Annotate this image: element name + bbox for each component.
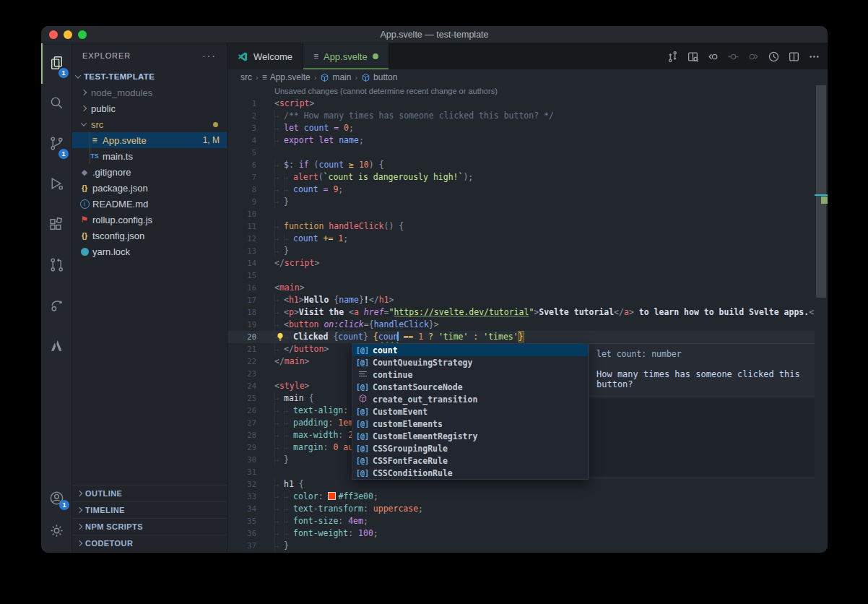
tree-item-public[interactable]: public	[72, 100, 227, 116]
breadcrumb-main[interactable]: main	[320, 72, 351, 82]
section-outline[interactable]: OUTLINE	[72, 485, 227, 501]
suggest-item-customevent[interactable]: [@]CustomEvent	[352, 405, 588, 418]
activity-run-and-debug[interactable]	[41, 165, 71, 205]
activity-github-pull-requests[interactable]	[41, 246, 71, 286]
line-number: 15	[227, 269, 256, 282]
minimize-window-button[interactable]	[64, 30, 72, 39]
compare-changes-icon[interactable]	[667, 51, 679, 63]
tab-app-svelte[interactable]: ≡ App.svelte	[303, 43, 389, 69]
code-line-3[interactable]: 3→let count = 0;	[227, 122, 828, 134]
code-line-8[interactable]: 8→→count = 9;	[227, 184, 828, 196]
editor-scrollbar[interactable]	[815, 85, 828, 553]
code-line-14[interactable]: 14</script>	[227, 257, 828, 269]
activity-live-share[interactable]	[41, 286, 71, 327]
tree-item-app-svelte[interactable]: ≡App.svelte1, M	[72, 132, 227, 148]
code-line-11[interactable]: 11→function handleClick() {	[227, 220, 828, 233]
file-history-icon[interactable]	[768, 51, 780, 63]
tree-item-rollup-config-js[interactable]: ⚑rollup.config.js	[72, 212, 227, 228]
line-number: 26	[227, 405, 256, 417]
suggest-item-customelements[interactable]: [@]customElements	[352, 418, 588, 430]
code-line-34[interactable]: 34→→text-transform: uppercase;	[227, 503, 828, 515]
tree-item-yarn-lock[interactable]: yarn.lock	[72, 243, 227, 259]
suggest-item-countqueuingstrategy[interactable]: [@]CountQueuingStrategy	[352, 356, 588, 368]
symbol-cube-icon	[320, 73, 329, 82]
next-change-icon[interactable]	[747, 51, 760, 63]
open-changes-icon[interactable]	[687, 51, 699, 63]
section-npm-scripts[interactable]: NPM SCRIPTS	[72, 518, 227, 535]
lightbulb-icon[interactable]	[275, 332, 285, 342]
symbol-cube-icon	[361, 73, 370, 82]
code-line-6[interactable]: 6→$: if (count ≥ 10) {	[227, 159, 828, 171]
code-line-12[interactable]: 12→→count += 1;	[227, 233, 828, 245]
tree-item-src[interactable]: src	[72, 116, 227, 132]
more-actions-icon[interactable]	[808, 51, 820, 63]
code-line-4[interactable]: 4→export let name;	[227, 134, 828, 147]
activity-accounts[interactable]: 1	[41, 483, 72, 516]
code-line-37[interactable]: 37→}	[227, 540, 828, 552]
unsaved-dot-icon[interactable]	[373, 53, 378, 59]
code-line-17[interactable]: 17→<h1>Hello {name}!</h1>	[227, 294, 828, 306]
line-number: 22	[227, 355, 256, 368]
code-line-33[interactable]: 33→→color: #ff3e00;	[227, 491, 828, 503]
code-line-36[interactable]: 36→→font-weight: 100;	[227, 527, 828, 540]
tab-welcome[interactable]: Welcome	[227, 43, 303, 69]
code-line-19[interactable]: 19→<button on:click={handleClick}>	[227, 319, 828, 331]
code-line-1[interactable]: 1<script>	[227, 98, 828, 110]
close-window-button[interactable]	[49, 30, 58, 39]
code-line-35[interactable]: 35→→font-size: 4em;	[227, 515, 828, 527]
breadcrumb-src[interactable]: src	[240, 72, 252, 82]
scrollbar-slider[interactable]	[816, 85, 826, 298]
file-tree: node_modulespublicsrc≡App.svelte1, MTSma…	[72, 85, 227, 259]
code-line-18[interactable]: 18→<p>Visit the <a href="https://svelte.…	[227, 306, 828, 319]
suggest-item-cssgroupingrule[interactable]: [@]CSSGroupingRule	[352, 442, 588, 454]
tree-item-main-ts[interactable]: TSmain.ts	[72, 148, 227, 164]
code-line-16[interactable]: 16<main>	[227, 282, 828, 294]
activity-source-control[interactable]: 1	[41, 124, 71, 165]
tree-item-readme-md[interactable]: iREADME.md	[72, 196, 227, 212]
suggest-item-customelementregistry[interactable]: [@]CustomElementRegistry	[352, 430, 588, 442]
activity-explorer[interactable]: 1	[41, 43, 71, 84]
vscode-logo-icon	[238, 51, 248, 62]
settings-icon	[48, 522, 65, 542]
split-editor-icon[interactable]	[788, 51, 800, 63]
activity-search[interactable]	[41, 84, 71, 124]
tree-item--gitignore[interactable]: ◆.gitignore	[72, 164, 227, 180]
code-line-13[interactable]: 13→}	[227, 245, 828, 257]
activity-extensions[interactable]	[41, 205, 71, 246]
tree-item-package-json[interactable]: {}package.json	[72, 180, 227, 196]
code-line-5[interactable]: 5	[227, 147, 828, 159]
suggest-item-cssfontfacerule[interactable]: [@]CSSFontFaceRule	[352, 454, 588, 467]
more-actions-icon[interactable]: ···	[202, 50, 217, 61]
code-line-2[interactable]: 2→/** How many times has someone clicked…	[227, 110, 828, 122]
line-number: 19	[227, 319, 256, 331]
activity-settings[interactable]	[41, 516, 72, 548]
code-line-20[interactable]: 20→→Clicked {count} {coun == 1 ? 'time' …	[227, 331, 828, 343]
suggest-item-constantsourcenode[interactable]: [@]ConstantSourceNode	[352, 381, 588, 393]
code-line-7[interactable]: 7→→alert(`count is dangerously high!`);	[227, 171, 828, 184]
activity-azure[interactable]	[41, 327, 71, 367]
tree-root-test-template[interactable]: TEST-TEMPLATE	[72, 68, 227, 85]
current-change-icon[interactable]	[727, 51, 739, 63]
suggest-item-continue[interactable]: continue	[352, 368, 588, 381]
code-line-9[interactable]: 9→}	[227, 196, 828, 208]
code-line-10[interactable]: 10	[227, 208, 828, 220]
code-line-32[interactable]: 32→h1 {	[227, 478, 828, 491]
previous-change-icon[interactable]	[707, 51, 719, 63]
section-timeline[interactable]: TIMELINE	[72, 501, 227, 518]
suggest-item-cssconditionrule[interactable]: [@]CSSConditionRule	[352, 467, 588, 479]
titlebar: App.svelte — test-template	[41, 26, 828, 43]
suggest-item-count[interactable]: [@]count	[352, 344, 588, 356]
code-editor[interactable]: Unsaved changes (cannot determine recent…	[227, 85, 828, 553]
tree-item-node-modules[interactable]: node_modules	[72, 85, 227, 100]
breadcrumb-button[interactable]: button	[361, 72, 397, 82]
-gitignore-file-icon: ◆	[78, 168, 91, 177]
tree-item-tsconfig-json[interactable]: {}tsconfig.json	[72, 228, 227, 243]
zoom-window-button[interactable]	[78, 30, 87, 39]
section-codetour[interactable]: CODETOUR	[72, 535, 227, 551]
code-line-15[interactable]: 15	[227, 269, 828, 282]
line-number: 16	[227, 282, 256, 294]
breadcrumb-app-svelte[interactable]: ≡App.svelte	[262, 72, 311, 82]
readme-md-file-icon: i	[78, 199, 91, 209]
suggest-item-create_out_transition[interactable]: create_out_transition	[352, 393, 588, 405]
symbol-variable-icon: [@]	[352, 457, 373, 465]
